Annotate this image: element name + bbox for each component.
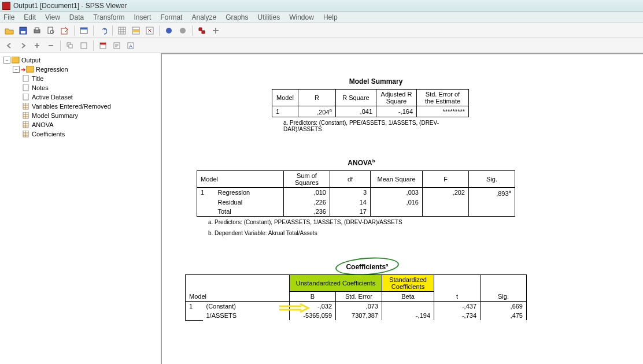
tree-vars-entered[interactable]: Variables Entered/Removed	[21, 102, 158, 111]
dialog-recall-icon[interactable]	[78, 25, 90, 36]
anova-table[interactable]: Model Sum of Squares df Mean Square F Si…	[197, 170, 515, 217]
col-adjrsq: Adjusted R Square	[376, 90, 417, 106]
goto-case-icon[interactable]	[130, 25, 142, 36]
col-rsq: R Square	[336, 90, 376, 106]
tree-anova[interactable]: ANOVA	[21, 120, 158, 129]
export-icon[interactable]	[59, 25, 71, 36]
table-icon	[22, 112, 30, 119]
tree-title[interactable]: Title	[21, 74, 158, 83]
col-b: B	[290, 292, 336, 302]
menu-insert[interactable]: Insert	[134, 13, 151, 21]
insert-text-icon[interactable]: A	[125, 40, 136, 51]
active-arrow-icon: ➔	[21, 66, 25, 73]
variables-icon[interactable]	[144, 25, 156, 36]
output-viewer[interactable]: Model Summary Model R R Square Adjusted …	[162, 53, 643, 364]
title-bar: Output1 [Document1] - SPSS Viewer	[0, 0, 643, 12]
svg-rect-24	[26, 66, 34, 72]
select-last-icon[interactable]	[163, 25, 175, 36]
menu-transform[interactable]: Transform	[93, 13, 124, 21]
toolbar-main	[0, 23, 643, 38]
svg-rect-9	[119, 27, 125, 34]
col-sig: Sig.	[481, 275, 527, 302]
svg-point-13	[166, 28, 172, 34]
menu-view[interactable]: View	[45, 13, 60, 21]
col-sig: Sig.	[469, 170, 515, 187]
nav-back-icon[interactable]	[3, 40, 15, 51]
coefficients-table[interactable]: Model Unstandardized Coefficients Standa…	[185, 274, 527, 321]
menu-edit[interactable]: Edit	[24, 13, 36, 21]
svg-rect-16	[69, 44, 72, 48]
anova-section: ANOVAb Model Sum of Squares df Mean Squa…	[197, 158, 626, 237]
promote-icon[interactable]	[31, 40, 43, 51]
demote-icon[interactable]	[45, 40, 57, 51]
tree-notes[interactable]: Notes	[21, 83, 158, 92]
menu-window[interactable]: Window	[289, 13, 314, 21]
col-ms: Mean Square	[371, 170, 423, 187]
menu-data[interactable]: Data	[69, 13, 84, 21]
tree-output-label: Output	[21, 57, 40, 64]
col-unstd: Unstandardized Coefficients	[290, 275, 382, 292]
anova-footnote-a: a. Predictors: (Constant), PPE/ASSETS, 1…	[197, 219, 626, 225]
col-t: t	[434, 275, 481, 302]
col-ss: Sum of Squares	[284, 170, 330, 187]
table-row: 1 (Constant) -,032 ,073 -,437 ,669	[186, 302, 527, 311]
coefficients-title: Coefficientsa	[185, 262, 549, 271]
insert-title-icon[interactable]	[111, 40, 123, 51]
menu-format[interactable]: Format	[160, 13, 182, 21]
model-summary-footnote: a. Predictors: (Constant), PPE/ASSETS, 1…	[272, 120, 457, 132]
svg-rect-25	[23, 75, 28, 81]
tree-regression[interactable]: − ➔ Regression	[12, 65, 158, 74]
goto-data-icon[interactable]	[116, 25, 128, 36]
open-icon[interactable]	[3, 25, 15, 36]
model-summary-title: Model Summary	[272, 77, 480, 86]
menu-analyze[interactable]: Analyze	[191, 13, 216, 21]
tree-coefficients[interactable]: Coefficients	[21, 129, 158, 139]
menu-file[interactable]: File	[3, 13, 14, 21]
table-icon	[22, 103, 30, 110]
run-icon[interactable]	[177, 25, 189, 36]
nav-forward-icon[interactable]	[17, 40, 29, 51]
tree-active-dataset[interactable]: Active Dataset	[21, 92, 158, 102]
save-icon[interactable]	[17, 25, 29, 36]
preview-icon[interactable]	[45, 25, 57, 36]
table-row: Residual ,226 14 ,016	[197, 198, 515, 207]
col-beta: Beta	[382, 292, 434, 302]
toolbar-nav: A	[0, 38, 643, 53]
page-icon	[22, 75, 30, 82]
col-r: R	[298, 90, 336, 106]
page-icon	[22, 94, 30, 101]
insert-heading-icon[interactable]	[97, 40, 109, 51]
model-summary-section: Model Summary Model R R Square Adjusted …	[272, 77, 626, 132]
svg-rect-19	[100, 43, 106, 44]
col-model: Model	[186, 275, 290, 302]
output-icon	[12, 57, 20, 64]
table-icon	[22, 121, 30, 128]
menu-bar: File Edit View Data Transform Insert For…	[0, 12, 643, 23]
print-icon[interactable]	[31, 25, 43, 36]
coefficients-section: Coefficientsa Model Unstandardized Coeff…	[185, 262, 626, 321]
show-icon[interactable]	[78, 40, 90, 51]
model-summary-table[interactable]: Model R R Square Adjusted R Square Std. …	[272, 89, 469, 117]
svg-rect-3	[35, 28, 39, 30]
svg-rect-1	[21, 31, 25, 34]
menu-help[interactable]: Help	[323, 13, 338, 21]
folder-icon	[26, 66, 34, 73]
tree-output[interactable]: − Output	[2, 55, 158, 65]
expand-icon[interactable]	[210, 25, 221, 36]
col-stderr: Std. Error of the Estimate	[417, 90, 469, 106]
outline-pane[interactable]: − Output − ➔ Regression Title Notes Acti…	[0, 53, 162, 364]
col-model: Model	[272, 90, 298, 106]
designate-window-icon[interactable]	[196, 25, 208, 36]
app-icon	[2, 2, 10, 10]
menu-graphs[interactable]: Graphs	[226, 13, 248, 21]
tree-model-summary[interactable]: Model Summary	[21, 111, 158, 120]
undo-icon[interactable]	[97, 25, 109, 36]
tree-regression-label: Regression	[36, 66, 68, 73]
col-stderr: Std. Error	[336, 292, 382, 302]
menu-utilities[interactable]: Utilities	[258, 13, 280, 21]
table-row: 1/ASSETS -5365,059 7307,387 -,194 -,734 …	[186, 311, 527, 320]
collapse-icon[interactable]	[64, 40, 76, 51]
collapse-icon[interactable]: −	[3, 57, 10, 64]
collapse-icon[interactable]: −	[13, 66, 20, 73]
svg-text:A: A	[129, 43, 132, 49]
